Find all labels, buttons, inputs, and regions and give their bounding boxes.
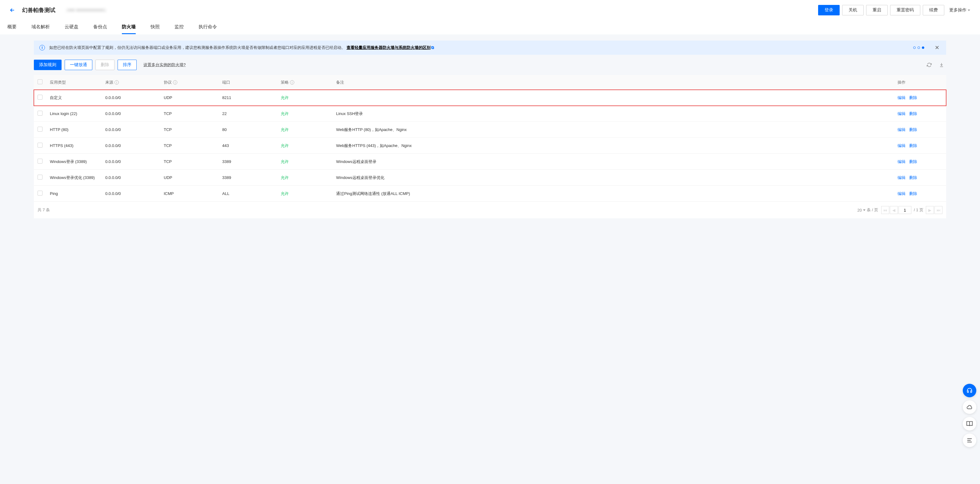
tab-monitor[interactable]: 监控 xyxy=(175,20,184,34)
delete-link[interactable]: 删除 xyxy=(909,191,917,196)
toolbar: 添加规则 一键放通 删除 排序 设置多台实例的防火墙? xyxy=(34,55,946,75)
tab-disk[interactable]: 云硬盘 xyxy=(65,20,78,34)
tab-firewall[interactable]: 防火墙 xyxy=(122,20,136,34)
row-checkbox[interactable] xyxy=(38,143,43,148)
row-checkbox[interactable] xyxy=(38,111,43,116)
delete-link[interactable]: 删除 xyxy=(909,127,917,132)
caret-down-icon xyxy=(863,209,865,211)
edit-link[interactable]: 编辑 xyxy=(897,127,905,132)
page-size-select[interactable]: 20 条 / 页 xyxy=(858,207,878,213)
row-checkbox[interactable] xyxy=(38,95,43,100)
download-icon xyxy=(939,62,944,67)
cell-note: Web服务HTTPS (443)，如Apache、Nginx xyxy=(332,138,894,154)
sort-button[interactable]: 排序 xyxy=(118,60,137,70)
cell-note: Windows远程桌面登录 xyxy=(332,154,894,170)
total-pages: / 1 页 xyxy=(914,207,923,213)
last-page-button: ⏭ xyxy=(934,206,942,214)
header-policy: 策略 xyxy=(281,80,289,84)
restart-button[interactable]: 重启 xyxy=(866,5,888,15)
page-input[interactable] xyxy=(899,206,912,214)
cell-policy: 允许 xyxy=(277,106,332,122)
cell-protocol: ICMP xyxy=(160,186,218,202)
header-protocol: 协议 xyxy=(164,80,172,84)
row-checkbox[interactable] xyxy=(38,159,43,163)
dot-1[interactable] xyxy=(913,46,916,49)
info-banner: i 如您已经在防火墙页面中配置了规则，但仍无法访问服务器端口或业务应用，建议您检… xyxy=(34,41,946,55)
tab-overview[interactable]: 概要 xyxy=(7,20,17,34)
table-row: HTTP (80) 0.0.0.0/0 TCP 80 允许 Web服务HTTP … xyxy=(34,122,946,138)
back-button[interactable] xyxy=(7,5,17,15)
banner-prefix: 如您已经在防火墙页面中配置了规则，但仍无法访问服务器端口或业务应用，建议您检测服… xyxy=(49,45,345,50)
cell-note: Linux SSH登录 xyxy=(332,106,894,122)
delete-link[interactable]: 删除 xyxy=(909,159,917,164)
edit-link[interactable]: 编辑 xyxy=(897,175,905,180)
edit-link[interactable]: 编辑 xyxy=(897,159,905,164)
shutdown-button[interactable]: 关机 xyxy=(842,5,864,15)
table-row: Windows登录优化 (3389) 0.0.0.0/0 UDP 3389 允许… xyxy=(34,170,946,186)
tab-backup[interactable]: 备份点 xyxy=(93,20,107,34)
content-area: i 如您已经在防火墙页面中配置了规则，但仍无法访问服务器端口或业务应用，建议您检… xyxy=(0,35,980,231)
dot-3[interactable] xyxy=(922,46,924,49)
header-type: 应用类型 xyxy=(50,80,66,84)
close-banner-button[interactable]: ✕ xyxy=(934,44,940,51)
delete-link[interactable]: 删除 xyxy=(909,111,917,116)
per-page-label: 条 / 页 xyxy=(867,207,878,213)
cell-policy: 允许 xyxy=(277,90,332,106)
edit-link[interactable]: 编辑 xyxy=(897,95,905,100)
delete-link[interactable]: 删除 xyxy=(909,95,917,100)
row-checkbox[interactable] xyxy=(38,127,43,132)
banner-pagination-dots xyxy=(913,46,924,49)
cell-protocol: TCP xyxy=(160,154,218,170)
delete-link[interactable]: 删除 xyxy=(909,143,917,148)
cell-note xyxy=(332,90,894,106)
caret-down-icon xyxy=(968,10,970,11)
cell-port: 8211 xyxy=(218,90,277,106)
row-checkbox[interactable] xyxy=(38,175,43,179)
cell-note: Web服务HTTP (80)，如Apache、Nginx xyxy=(332,122,894,138)
refresh-button[interactable] xyxy=(924,60,934,70)
cell-type: Ping xyxy=(46,186,102,202)
select-all-checkbox[interactable] xyxy=(38,79,43,84)
header-note: 备注 xyxy=(336,80,344,84)
cell-source: 0.0.0.0/0 xyxy=(102,122,160,138)
cell-actions: 编辑 删除 xyxy=(894,170,946,186)
cell-protocol: TCP xyxy=(160,106,218,122)
one-click-button[interactable]: 一键放通 xyxy=(65,60,92,70)
help-icon[interactable]: i xyxy=(115,80,119,84)
refresh-icon xyxy=(927,62,932,67)
next-page-button: ▶ xyxy=(926,206,934,214)
help-icon[interactable]: i xyxy=(290,80,294,84)
cell-type: Windows登录 (3389) xyxy=(46,154,102,170)
page-title: 幻兽帕鲁测试 xyxy=(22,6,56,14)
row-checkbox[interactable] xyxy=(38,190,43,195)
delete-button: 删除 xyxy=(95,60,115,70)
tab-exec[interactable]: 执行命令 xyxy=(199,20,217,34)
cell-port: ALL xyxy=(218,186,277,202)
cell-note: 通过Ping测试网络连通性 (放通ALL ICMP) xyxy=(332,186,894,202)
login-button[interactable]: 登录 xyxy=(818,5,840,15)
banner-link[interactable]: 查看轻量应用服务器防火墙与系统防火墙的区别 ⧉ xyxy=(347,45,434,50)
multi-instance-link[interactable]: 设置多台实例的防火墙? xyxy=(143,62,186,68)
reset-password-button[interactable]: 重置密码 xyxy=(890,5,920,15)
edit-link[interactable]: 编辑 xyxy=(897,143,905,148)
edit-link[interactable]: 编辑 xyxy=(897,191,905,196)
header-source: 来源 xyxy=(105,80,113,84)
tab-dns[interactable]: 域名解析 xyxy=(32,20,50,34)
more-actions-button[interactable]: 更多操作 xyxy=(947,5,973,15)
renew-button[interactable]: 续费 xyxy=(923,5,944,15)
tab-snapshot[interactable]: 快照 xyxy=(151,20,160,34)
download-button[interactable] xyxy=(937,60,946,70)
banner-text: 如您已经在防火墙页面中配置了规则，但仍无法访问服务器端口或业务应用，建议您检测服… xyxy=(49,45,904,51)
header-actions: 登录 关机 重启 重置密码 续费 更多操作 xyxy=(818,5,973,15)
cell-actions: 编辑 删除 xyxy=(894,138,946,154)
delete-link[interactable]: 删除 xyxy=(909,175,917,180)
page-header: 幻兽帕鲁测试 （xxx xxxxxxxxxxxxx） 登录 关机 重启 重置密码… xyxy=(0,0,980,20)
help-icon[interactable]: i xyxy=(173,80,177,84)
info-icon: i xyxy=(40,45,45,51)
add-rule-button[interactable]: 添加规则 xyxy=(34,60,62,70)
pagination: 共 7 条 20 条 / 页 ⏮ ◀ / 1 页 ▶ ⏭ xyxy=(34,202,946,218)
cell-policy: 允许 xyxy=(277,122,332,138)
cell-source: 0.0.0.0/0 xyxy=(102,154,160,170)
edit-link[interactable]: 编辑 xyxy=(897,111,905,116)
dot-2[interactable] xyxy=(918,46,920,49)
